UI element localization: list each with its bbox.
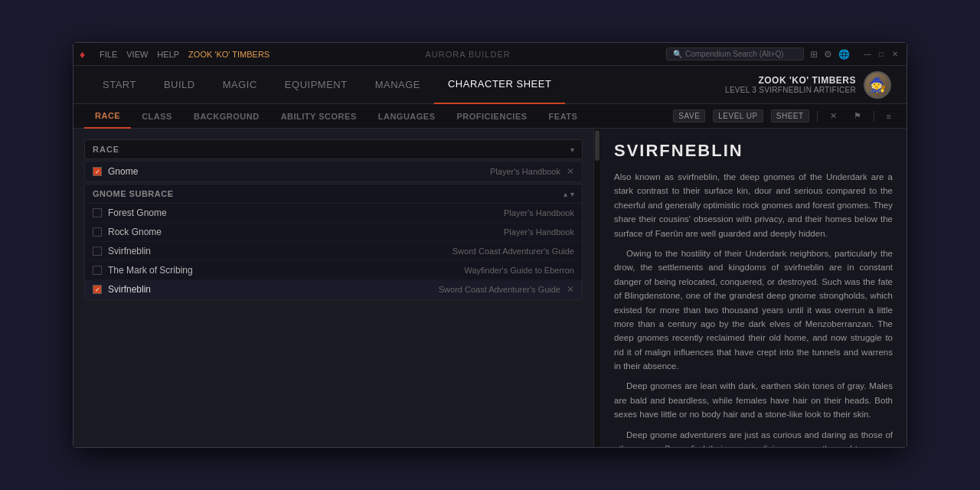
subrace-section-header: GNOME SUBRACE ▴ ▾ xyxy=(85,185,582,204)
subrace-check-mark-of-scribing xyxy=(93,266,102,275)
subrace-name-svirfneblin-selected: Svirfneblin xyxy=(108,284,439,295)
main-content: RACE ▾ Gnome Player's Handbook ✕ GNOME S… xyxy=(74,129,906,447)
subrace-name-rock-gnome: Rock Gnome xyxy=(108,227,504,237)
save-button[interactable]: SAVE xyxy=(673,109,705,122)
character-name: ZOOK 'KO' TIMBERS xyxy=(725,75,856,86)
race-collapse-icon: ▾ xyxy=(570,145,574,154)
subrace-option-rock-gnome[interactable]: Rock Gnome Player's Handbook xyxy=(85,223,582,242)
window-controls: — □ ✕ xyxy=(862,49,900,60)
subrace-section: GNOME SUBRACE ▴ ▾ Forest Gnome Player's … xyxy=(84,184,583,300)
subnav-race[interactable]: RACE xyxy=(84,104,131,129)
titlebar: ♦ FILE VIEW HELP ZOOK 'KO' TIMBERS AUROR… xyxy=(74,43,906,66)
compendium-search[interactable]: 🔍 Compendium Search (Alt+Q) xyxy=(666,47,804,60)
subrace-option-svirfneblin-1[interactable]: Svirfneblin Sword Coast Adventurer's Gui… xyxy=(85,242,582,261)
search-placeholder-text: Compendium Search (Alt+Q) xyxy=(685,50,784,58)
race-section-title: RACE xyxy=(93,145,119,154)
minimize-button[interactable]: — xyxy=(862,49,873,60)
subrace-option-mark-of-scribing[interactable]: The Mark of Scribing Wayfinder's Guide t… xyxy=(85,261,582,280)
subrace-check-svirfneblin-1 xyxy=(93,247,102,256)
subrace-option-svirfneblin-selected[interactable]: Svirfneblin Sword Coast Adventurer's Gui… xyxy=(85,280,582,299)
nav-equipment[interactable]: EQUIPMENT xyxy=(271,66,361,104)
subrace-name-forest-gnome: Forest Gnome xyxy=(108,207,504,218)
selected-race-row: Gnome Player's Handbook ✕ xyxy=(84,161,583,182)
lore-paragraph-4: Deep gnome adventurers are just as curio… xyxy=(614,428,893,447)
app-title: AURORA BUILDER xyxy=(276,50,660,59)
nav-start[interactable]: START xyxy=(89,66,150,104)
subnav-proficiencies[interactable]: PROFICIENCIES xyxy=(446,104,538,129)
character-avatar[interactable]: 🧙 xyxy=(864,71,891,99)
subrace-name-svirfneblin-1: Svirfneblin xyxy=(108,246,452,256)
menu-file[interactable]: FILE xyxy=(100,50,117,59)
divider2 xyxy=(874,111,874,122)
nav-manage[interactable]: MANAGE xyxy=(361,66,434,104)
menu-view[interactable]: VIEW xyxy=(126,50,148,59)
subnav-items: RACE CLASS BACKGROUND ABILITY SCORES LAN… xyxy=(84,104,673,129)
right-panel: SVIRFNEBLIN Also known as svirfneblin, t… xyxy=(600,129,906,447)
race-name: Gnome xyxy=(108,166,490,177)
nav-magic[interactable]: MAGIC xyxy=(209,66,271,104)
pin-icon[interactable]: ✕ xyxy=(825,109,841,122)
subrace-toggle-icons: ▴ ▾ xyxy=(564,190,574,198)
subrace-check-forest-gnome xyxy=(93,208,102,217)
nav-build[interactable]: BUILD xyxy=(150,66,209,104)
subnav-ability-scores[interactable]: ABILITY SCORES xyxy=(270,104,368,129)
scroll-thumb[interactable] xyxy=(595,130,599,161)
subrace-source-svirfneblin-selected: Sword Coast Adventurer's Guide xyxy=(439,285,560,294)
character-name-block: ZOOK 'KO' TIMBERS LEVEL 3 SVIRFNEBLIN AR… xyxy=(725,75,856,94)
maximize-button[interactable]: □ xyxy=(876,49,887,60)
app-logo-icon: ♦ xyxy=(80,47,93,61)
subrace-name-mark-of-scribing: The Mark of Scribing xyxy=(108,265,464,276)
lore-title: SVIRFNEBLIN xyxy=(614,141,893,161)
subnav-actions: SAVE LEVEL UP SHEET ✕ ⚑ ≡ xyxy=(673,109,896,122)
subrace-check-svirfneblin-selected xyxy=(93,285,102,294)
subrace-source-rock-gnome: Player's Handbook xyxy=(504,227,574,237)
search-icon: 🔍 xyxy=(673,50,682,58)
main-nav: START BUILD MAGIC EQUIPMENT MANAGE CHARA… xyxy=(74,66,906,104)
globe-icon[interactable]: 🌐 xyxy=(838,49,850,60)
race-remove-button[interactable]: ✕ xyxy=(567,166,574,177)
subrace-option-forest-gnome[interactable]: Forest Gnome Player's Handbook xyxy=(85,204,582,223)
left-scrollbar[interactable] xyxy=(594,129,600,447)
subnav: RACE CLASS BACKGROUND ABILITY SCORES LAN… xyxy=(74,104,906,129)
subnav-class[interactable]: CLASS xyxy=(131,104,183,129)
race-source: Player's Handbook xyxy=(490,167,560,176)
close-button[interactable]: ✕ xyxy=(890,49,900,60)
app-window: ♦ FILE VIEW HELP ZOOK 'KO' TIMBERS AUROR… xyxy=(73,42,907,448)
menu-icon[interactable]: ≡ xyxy=(882,110,896,122)
lore-paragraph-1: Also known as svirfneblin, the deep gnom… xyxy=(614,170,893,240)
subnav-background[interactable]: BACKGROUND xyxy=(183,104,270,129)
subnav-languages[interactable]: LANGUAGES xyxy=(368,104,446,129)
subrace-check-rock-gnome xyxy=(93,227,102,237)
collapse-icon[interactable]: ▴ xyxy=(564,190,567,198)
current-user: ZOOK 'KO' TIMBERS xyxy=(188,50,270,59)
subrace-source-mark-of-scribing: Wayfinder's Guide to Eberron xyxy=(464,266,574,275)
subrace-section-title: GNOME SUBRACE xyxy=(93,189,174,198)
sheet-button[interactable]: SHEET xyxy=(771,109,809,122)
left-panel: RACE ▾ Gnome Player's Handbook ✕ GNOME S… xyxy=(74,129,594,447)
character-subtitle: LEVEL 3 SVIRFNEBLIN ARTIFICER xyxy=(725,86,856,94)
flag-icon: ⚑ xyxy=(849,109,866,122)
menu-bar: FILE VIEW HELP ZOOK 'KO' TIMBERS xyxy=(100,50,270,59)
titlebar-icons: ⊞ ⚙ 🌐 xyxy=(810,49,850,60)
character-info: ZOOK 'KO' TIMBERS LEVEL 3 SVIRFNEBLIN AR… xyxy=(725,71,891,99)
subrace-remove-button[interactable]: ✕ xyxy=(567,284,574,295)
nav-items: START BUILD MAGIC EQUIPMENT MANAGE CHARA… xyxy=(89,66,725,104)
menu-help[interactable]: HELP xyxy=(157,50,179,59)
race-checkbox xyxy=(93,167,102,176)
race-section-header[interactable]: RACE ▾ xyxy=(84,139,583,159)
nav-character-sheet[interactable]: CHARACTER SHEET xyxy=(434,66,565,104)
settings-icon[interactable]: ⚙ xyxy=(824,49,832,60)
lore-body: Also known as svirfneblin, the deep gnom… xyxy=(614,170,893,447)
subnav-feats[interactable]: FEATS xyxy=(538,104,589,129)
level-up-button[interactable]: LEVEL UP xyxy=(713,109,763,122)
subrace-source-forest-gnome: Player's Handbook xyxy=(504,208,574,217)
lore-paragraph-2: Owing to the hostility of their Underdar… xyxy=(614,247,893,374)
bookmark-icon[interactable]: ⊞ xyxy=(810,49,818,60)
expand-icon[interactable]: ▾ xyxy=(570,190,574,198)
divider xyxy=(817,111,818,122)
header-right: ZOOK 'KO' TIMBERS LEVEL 3 SVIRFNEBLIN AR… xyxy=(725,71,891,99)
lore-paragraph-3: Deep gnomes are lean with dark, earthen … xyxy=(614,379,893,421)
subrace-source-svirfneblin-1: Sword Coast Adventurer's Guide xyxy=(452,247,574,256)
